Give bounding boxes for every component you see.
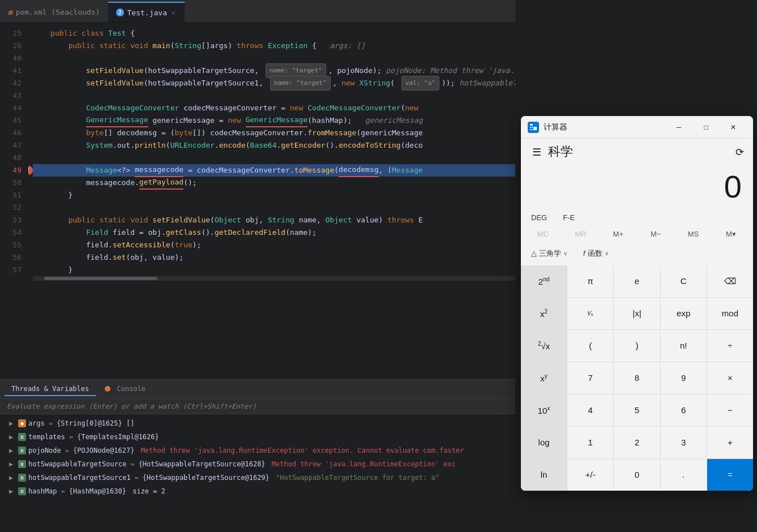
func-icon: f bbox=[583, 249, 585, 258]
calc-btn-6-label: 6 bbox=[681, 405, 686, 415]
calc-btn-divide[interactable]: ÷ bbox=[707, 330, 753, 362]
calc-btn-negate-label: +/- bbox=[585, 470, 596, 479]
var-item-hotswap[interactable]: ▶ ≡ hotSwappableTargetSource = {HotSwapp… bbox=[0, 457, 515, 471]
calc-btn-open-paren[interactable]: ( bbox=[567, 330, 613, 362]
calc-btn-8-label: 8 bbox=[635, 373, 639, 383]
expand-args[interactable]: ▶ bbox=[9, 418, 16, 429]
var-item-hotswap1[interactable]: ▶ ≡ hotSwappableTargetSource1 = {HotSwap… bbox=[0, 471, 515, 484]
tab-threads-variables[interactable]: Threads & Variables bbox=[5, 383, 96, 396]
var-eq-hotswap: = bbox=[130, 458, 134, 470]
code-line-52 bbox=[33, 201, 515, 214]
calc-hamburger-icon[interactable]: ☰ bbox=[530, 144, 544, 160]
calc-mplus-button[interactable]: M+ bbox=[601, 226, 636, 242]
code-line-43 bbox=[33, 89, 515, 102]
calc-btn-negate[interactable]: +/- bbox=[567, 459, 613, 491]
calc-btn-2[interactable]: 2 bbox=[614, 427, 660, 458]
calc-btn-close-paren-label: ) bbox=[635, 341, 638, 350]
ln-57: 57 bbox=[0, 264, 22, 276]
calc-fe-button[interactable]: F-E bbox=[557, 211, 580, 224]
calc-btn-9[interactable]: 9 bbox=[661, 362, 707, 394]
calc-mminus-button[interactable]: M− bbox=[638, 226, 673, 242]
calc-btn-factorial[interactable]: n! bbox=[661, 330, 707, 362]
calc-btn-reciprocal[interactable]: ¹⁄ₓ bbox=[567, 298, 613, 329]
calc-btn-mod[interactable]: mod bbox=[707, 298, 753, 329]
calc-btn-5[interactable]: 5 bbox=[614, 394, 660, 426]
calc-btn-add[interactable]: + bbox=[707, 427, 753, 458]
calc-func-button[interactable]: f 函数 ∨ bbox=[578, 246, 614, 261]
var-item-pojonode[interactable]: ▶ ≡ pojoNode = {POJONode@1627} Method th… bbox=[0, 444, 515, 457]
calc-btn-close-paren[interactable]: ) bbox=[614, 330, 660, 362]
expand-hotswap[interactable]: ▶ bbox=[9, 458, 16, 470]
calc-history-button[interactable]: ⟳ bbox=[735, 146, 744, 158]
calc-btn-1[interactable]: 1 bbox=[567, 427, 613, 458]
calc-ms-button[interactable]: MS bbox=[675, 226, 711, 242]
calc-btn-6[interactable]: 6 bbox=[661, 394, 707, 426]
calc-btn-pi[interactable]: π bbox=[567, 265, 613, 297]
calc-minimize-button[interactable]: ─ bbox=[666, 118, 692, 136]
ln-47: 47 bbox=[0, 139, 22, 152]
calc-btn-exp-label: exp bbox=[677, 308, 690, 318]
calc-btn-2-label: 2 bbox=[635, 437, 639, 447]
var-item-args[interactable]: ▶ ● args = {String[0]@1625} [] bbox=[0, 417, 515, 430]
expand-hashmap[interactable]: ▶ bbox=[9, 486, 16, 497]
calc-btn-10x[interactable]: 10x bbox=[521, 394, 567, 426]
calc-btn-c[interactable]: C bbox=[661, 265, 707, 297]
var-item-hashmap[interactable]: ▶ ≡ hashMap = {HashMap@1630} size = 2 bbox=[0, 484, 515, 498]
svg-rect-0 bbox=[530, 124, 533, 126]
code-line-55: field.setAccessible(true); bbox=[33, 239, 515, 251]
calc-btn-3-label: 3 bbox=[681, 437, 686, 447]
calc-btn-4[interactable]: 4 bbox=[567, 394, 613, 426]
calc-mr-button[interactable]: MR bbox=[563, 226, 598, 242]
calc-trig-button[interactable]: △ 三角学 ∨ bbox=[525, 246, 573, 261]
svg-rect-4 bbox=[530, 129, 531, 130]
calc-btn-abs[interactable]: |x| bbox=[614, 298, 660, 329]
calc-btn-log-label: log bbox=[538, 437, 550, 447]
calc-btn-0[interactable]: 0 bbox=[614, 459, 660, 491]
tab-test[interactable]: J Test.java ✕ bbox=[108, 2, 185, 22]
method-sfv1: setFieldValue bbox=[86, 65, 144, 77]
var-item-templates[interactable]: ▶ ≡ templates = {TemplatesImpl@1626} bbox=[0, 430, 515, 444]
calc-btn-8[interactable]: 8 bbox=[614, 362, 660, 394]
type-test: Test bbox=[108, 27, 126, 40]
calc-btn-subtract[interactable]: − bbox=[707, 394, 753, 426]
tab-console[interactable]: Console bbox=[98, 383, 152, 396]
calc-close-button[interactable]: ✕ bbox=[720, 118, 746, 136]
var-icon-pojonode: ≡ bbox=[18, 447, 26, 454]
calc-btn-2nd[interactable]: 2nd bbox=[521, 265, 567, 297]
calc-mv-button[interactable]: M▾ bbox=[713, 226, 749, 242]
calc-btn-exp[interactable]: exp bbox=[661, 298, 707, 329]
horizontal-scrollbar[interactable] bbox=[33, 276, 515, 281]
calc-mc-button[interactable]: MC bbox=[525, 226, 561, 242]
calc-btn-1-label: 1 bbox=[588, 437, 593, 447]
calc-btn-0-label: 0 bbox=[635, 470, 639, 479]
calc-btn-log[interactable]: log bbox=[521, 427, 567, 458]
tab-pom[interactable]: m pom.xml (Seaclouds) bbox=[0, 2, 108, 22]
var-icon-templates: ≡ bbox=[18, 433, 26, 441]
calc-btn-xsq[interactable]: x2 bbox=[521, 298, 567, 329]
calc-btn-pi-label: π bbox=[588, 276, 593, 286]
calc-btn-multiply[interactable]: × bbox=[707, 362, 753, 394]
expand-hotswap1[interactable]: ▶ bbox=[9, 472, 16, 483]
ln-55: 55 bbox=[0, 239, 22, 251]
ln-44: 44 bbox=[0, 102, 22, 114]
calc-btn-3[interactable]: 3 bbox=[661, 427, 707, 458]
var-eq-templates: = bbox=[69, 431, 73, 443]
calc-btn-ln[interactable]: ln bbox=[521, 459, 567, 491]
kw-void: void bbox=[130, 40, 148, 52]
eval-bar[interactable]: Evaluate expression (Enter) or add a wat… bbox=[0, 399, 515, 414]
calc-deg-button[interactable]: DEG bbox=[525, 211, 553, 224]
calc-btn-equals[interactable]: = bbox=[707, 459, 753, 491]
trig-label: 三角学 bbox=[539, 248, 561, 259]
calc-btn-backspace[interactable]: ⌫ bbox=[707, 265, 753, 297]
calc-btn-7[interactable]: 7 bbox=[567, 362, 613, 394]
calc-btn-xpow[interactable]: xy bbox=[521, 362, 567, 394]
calc-btn-e[interactable]: e bbox=[614, 265, 660, 297]
calc-btn-sqrt[interactable]: 2√x bbox=[521, 330, 567, 362]
kw-static: static bbox=[99, 40, 126, 52]
ln-56: 56 bbox=[0, 251, 22, 264]
calc-btn-decimal[interactable]: . bbox=[661, 459, 707, 491]
expand-pojonode[interactable]: ▶ bbox=[9, 445, 16, 456]
expand-templates[interactable]: ▶ bbox=[9, 431, 16, 443]
calc-maximize-button[interactable]: □ bbox=[693, 118, 719, 136]
tab-close-button[interactable]: ✕ bbox=[170, 8, 177, 18]
